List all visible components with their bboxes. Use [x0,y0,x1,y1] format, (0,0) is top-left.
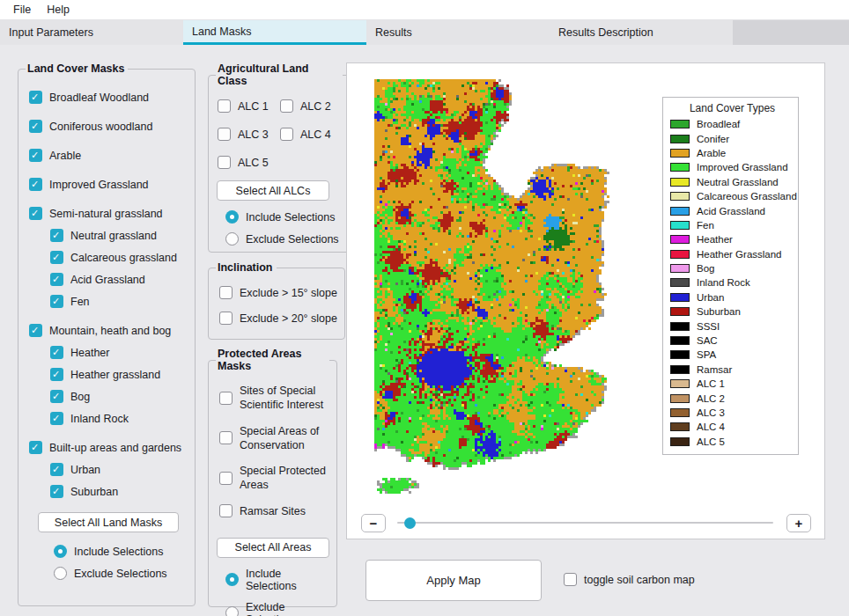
zoom-slider-track[interactable] [397,522,773,524]
radio-row: Include Selections [54,545,188,558]
checkbox-suburban[interactable] [50,485,63,498]
checkbox-label: Semi-natural grassland [49,208,163,220]
checkbox-alc-5[interactable] [218,156,231,169]
map-panel: Land Cover Types BroadleafConiferArableI… [346,62,825,539]
checkbox-urban[interactable] [50,463,63,476]
radio-exclude-selections[interactable] [225,606,239,616]
radio-include-selections[interactable] [225,573,239,586]
legend-swatch-calcareous-grassland [670,192,690,201]
checkbox-heather[interactable] [50,346,63,359]
legend-row: Heather Grassland [670,247,794,261]
toggle-soil-carbon-checkbox[interactable] [564,573,577,586]
checkbox-row: Exclude > 15° slope [219,286,337,299]
radio-exclude-selections[interactable] [225,232,239,246]
legend-row: ALC 5 [670,435,794,449]
tab-results-description[interactable]: Results Description [550,20,733,45]
legend-label: Conifer [697,134,729,144]
radio-include-selections[interactable] [54,545,67,558]
legend-label: Arable [697,148,726,158]
legend-swatch-conifer [670,135,690,143]
checkbox-exclude-20-slope[interactable] [219,312,233,325]
checkbox-neutral-grassland[interactable] [50,229,63,242]
toggle-soil-carbon-label: toggle soil carbon map [584,574,695,586]
checkbox-label: Acid Grassland [70,274,145,286]
legend-row: Improved Grassland [670,160,794,174]
checkbox-special-protected-areas[interactable] [219,472,233,485]
legend-swatch-broadleaf [670,120,690,128]
checkbox-improved-grassland[interactable] [29,178,42,191]
checkbox-label: Inland Rock [70,413,129,425]
legend-swatch-alc-3 [670,408,690,417]
legend-swatch-neutral-grassland [670,178,690,187]
checkbox-inland-rock[interactable] [50,412,63,425]
checkbox-alc-3[interactable] [218,128,231,141]
zoom-slider-thumb[interactable] [404,517,416,529]
checkbox-exclude-15-slope[interactable] [219,286,233,299]
zoom-in-button[interactable]: + [786,514,811,532]
legend-swatch-sac [670,336,690,345]
menu-bar: FileHelp [0,0,849,20]
checkbox-alc-2[interactable] [280,99,293,113]
menu-file[interactable]: File [5,2,39,18]
checkbox-acid-grassland[interactable] [50,273,63,286]
checkbox-semi-natural-grassland[interactable] [29,207,42,220]
checkbox-row: Built-up areas and gardens [29,441,188,454]
radio-row: Include Selections [225,210,343,224]
radio-label: Exclude Selections [74,568,167,580]
select-all-alcs-button[interactable]: Select All ALCs [217,180,329,201]
tab-label: Results Description [558,26,653,39]
agricultural-land-class-title: Agricultural Land Class [216,62,343,87]
inclination-panel: Inclination Exclude > 15° slopeExclude >… [208,261,345,340]
checkbox-alc-4[interactable] [280,128,293,141]
checkbox-label: Suburban [70,486,118,498]
zoom-out-button[interactable]: − [361,514,386,532]
checkbox-label: Special Areas of Conservation [240,424,329,453]
checkbox-coniferous-woodland[interactable] [29,120,42,133]
legend-entries: BroadleafConiferArableImproved Grassland… [670,117,794,449]
legend-label: ALC 4 [697,422,725,432]
legend-label: Ramsar [697,364,732,375]
legend-row: Ramsar [670,363,794,377]
checkbox-label: Fen [70,296,90,308]
apply-map-button[interactable]: Apply Map [365,560,542,601]
checkbox-sites-of-special-scientific-interest[interactable] [219,392,233,405]
radio-exclude-selections[interactable] [54,567,67,580]
legend-swatch-alc-4 [670,422,690,431]
tab-results[interactable]: Results [366,20,550,45]
legend-swatch-urban [670,293,690,302]
checkbox-built-up-areas-and-gardens[interactable] [29,441,42,454]
checkbox-label: Ramsar Sites [240,504,329,518]
legend-label: SPA [697,349,716,360]
checkbox-label: Coniferous woodland [49,121,152,133]
checkbox-ramsar-sites[interactable] [219,504,233,517]
tab-label: Input Parameters [9,26,93,39]
legend-label: ALC 1 [697,378,725,389]
checkbox-arable[interactable] [29,149,42,162]
checkbox-row: Fen [50,295,188,308]
select-all-land-masks-button[interactable]: Select All Land Masks [38,512,179,532]
radio-row: Exclude Selections [225,232,343,246]
legend-swatch-sssi [670,322,690,331]
land-cover-checklist: Broadleaf WoodlandConiferous woodlandAra… [26,91,188,498]
checkbox-special-areas-of-conservation[interactable] [219,431,233,444]
legend-row: SSSI [670,319,794,333]
checkbox-row: Suburban [50,485,188,498]
radio-include-selections[interactable] [225,210,239,224]
minus-icon: − [370,516,378,531]
checkbox-fen[interactable] [50,295,63,308]
legend-row: Conifer [670,131,794,145]
checkbox-alc-1[interactable] [218,99,231,113]
legend-swatch-acid-grassland [670,207,690,216]
checkbox-calcareous-grassland[interactable] [50,251,63,264]
legend-row: Urban [670,290,794,304]
checkbox-row: ALC 1 [218,99,280,113]
menu-help[interactable]: Help [39,2,78,18]
select-all-areas-button[interactable]: Select All Areas [217,538,329,558]
tab-land-masks[interactable]: Land Masks [183,20,366,45]
checkbox-heather-grassland[interactable] [50,368,63,381]
checkbox-broadleaf-woodland[interactable] [29,91,42,104]
checkbox-bog[interactable] [50,390,63,403]
checkbox-row: Inland Rock [50,412,188,425]
tab-input-parameters[interactable]: Input Parameters [0,20,183,45]
checkbox-mountain-heath-and-bog[interactable] [29,324,42,337]
